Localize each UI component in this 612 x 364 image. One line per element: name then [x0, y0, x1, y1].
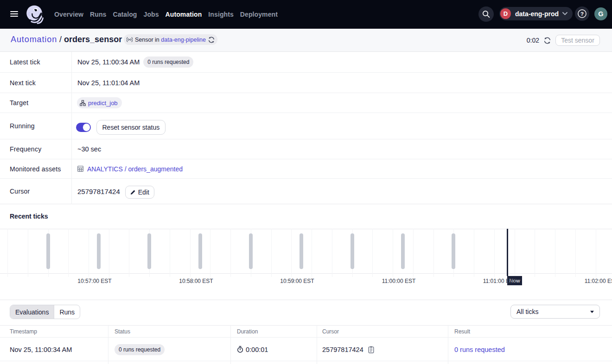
svg-text:?: ? — [580, 11, 584, 17]
